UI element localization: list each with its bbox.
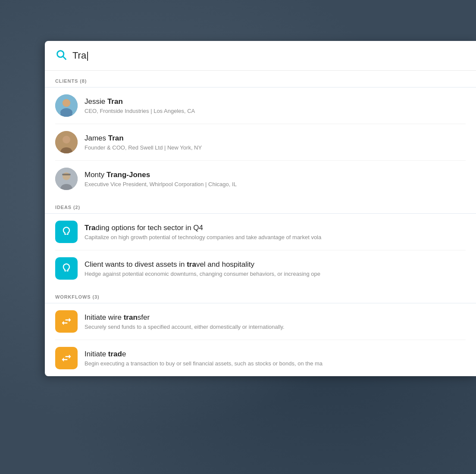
clients-section-header: CLIENTS (8): [45, 71, 476, 87]
result-subtitle: Executive Vice President, Whirlpool Corp…: [85, 181, 466, 187]
result-name: James Tran: [85, 134, 466, 143]
avatar: [55, 94, 78, 117]
result-text: Trading options for tech sector in Q4 Ca…: [85, 224, 466, 240]
result-text: Initiate wire transfer Securely send fun…: [85, 313, 466, 330]
result-subtitle: Founder & COO, Red Swell Ltd | New York,…: [85, 144, 466, 151]
list-item[interactable]: Jessie Tran CEO, Frontside Industries | …: [45, 87, 476, 124]
list-item[interactable]: Monty Trang-Jones Executive Vice Preside…: [45, 161, 476, 197]
result-name: Initiate trade: [85, 350, 466, 359]
svg-point-7: [63, 136, 70, 143]
search-panel: Tra CLIENTS (8) Jessie Tran CEO, Frontsi…: [45, 41, 476, 376]
workflow-icon: [55, 347, 78, 369]
list-item[interactable]: James Tran Founder & COO, Red Swell Ltd …: [45, 124, 476, 160]
result-subtitle: Securely send funds to a specified accou…: [85, 324, 466, 330]
list-item[interactable]: Trading options for tech sector in Q4 Ca…: [45, 214, 476, 250]
search-input[interactable]: Tra: [72, 50, 466, 61]
clients-section: CLIENTS (8) Jessie Tran CEO, Frontside I…: [45, 71, 476, 197]
svg-line-1: [63, 56, 66, 59]
avatar: [55, 131, 78, 153]
result-subtitle: Begin executing a transaction to buy or …: [85, 360, 466, 367]
ideas-section-header: IDEAS (2): [45, 197, 476, 214]
result-text: Jessie Tran CEO, Frontside Industries | …: [85, 97, 466, 114]
list-item[interactable]: Client wants to divest assets in travel …: [45, 250, 476, 287]
result-name: Monty Trang-Jones: [85, 171, 466, 179]
result-text: Monty Trang-Jones Executive Vice Preside…: [85, 171, 466, 187]
idea-icon: [55, 221, 78, 243]
list-item[interactable]: Initiate trade Begin executing a transac…: [45, 340, 476, 376]
result-name: Trading options for tech sector in Q4: [85, 224, 466, 232]
result-name: Jessie Tran: [85, 97, 466, 106]
workflows-section-header: WORKFLOWS (3): [45, 287, 476, 303]
svg-rect-10: [62, 174, 71, 175]
workflow-icon: [55, 310, 78, 333]
workflows-section: WORKFLOWS (3) Initiate wire transfer Sec…: [45, 287, 476, 376]
result-subtitle: CEO, Frontside Industries | Los Angeles,…: [85, 108, 466, 114]
list-item[interactable]: Initiate wire transfer Securely send fun…: [45, 303, 476, 340]
result-subtitle: Capitalize on high growth potential of t…: [85, 234, 466, 240]
ideas-section: IDEAS (2) Trading options for tech secto…: [45, 197, 476, 287]
svg-point-9: [63, 172, 70, 180]
svg-point-5: [63, 99, 70, 107]
avatar: [55, 168, 78, 190]
result-subtitle: Hedge against potential economic downtur…: [85, 271, 466, 277]
idea-icon: [55, 257, 78, 280]
result-name: Client wants to divest assets in travel …: [85, 260, 466, 269]
result-text: Client wants to divest assets in travel …: [85, 260, 466, 277]
result-text: James Tran Founder & COO, Red Swell Ltd …: [85, 134, 466, 151]
search-header: Tra: [45, 41, 476, 71]
search-icon: [55, 49, 67, 62]
result-text: Initiate trade Begin executing a transac…: [85, 350, 466, 367]
result-name: Initiate wire transfer: [85, 313, 466, 322]
